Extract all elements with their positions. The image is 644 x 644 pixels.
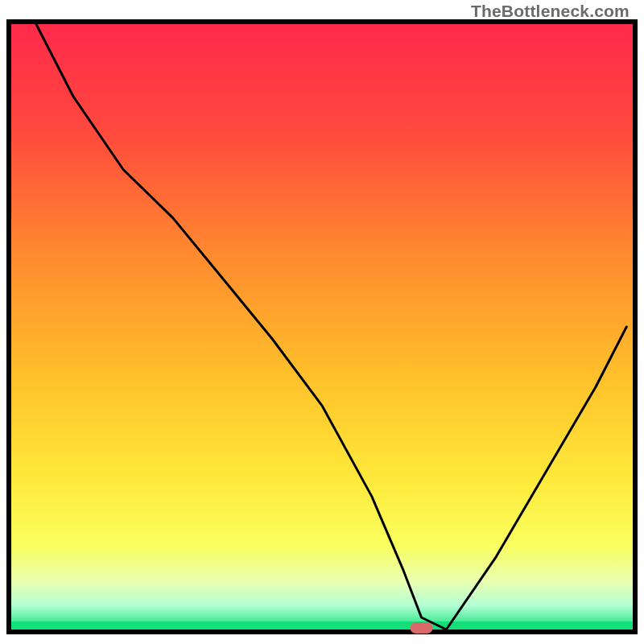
bottleneck-chart bbox=[0, 0, 644, 644]
chart-container: TheBottleneck.com bbox=[0, 0, 644, 644]
baseline-strip bbox=[11, 621, 633, 630]
optimum-marker bbox=[411, 622, 433, 634]
watermark-label: TheBottleneck.com bbox=[471, 2, 630, 21]
gradient-background bbox=[11, 24, 633, 630]
